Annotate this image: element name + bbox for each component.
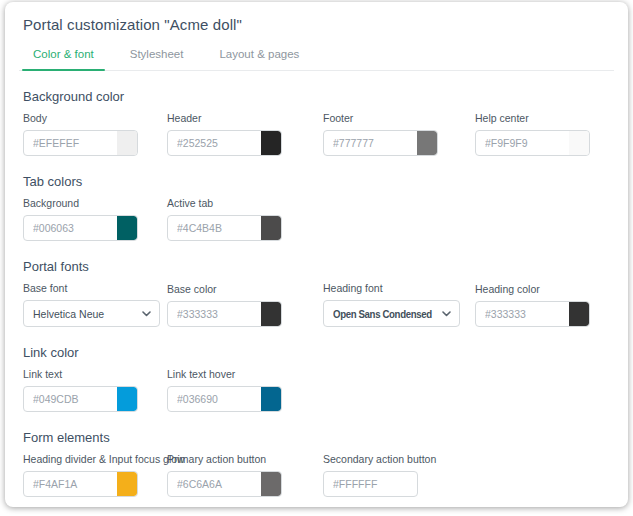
color-field bbox=[475, 301, 590, 327]
color-swatch[interactable] bbox=[261, 302, 281, 326]
settings-sections: Background color Body Header Footer Help… bbox=[19, 89, 614, 497]
color-value-input[interactable] bbox=[168, 387, 261, 411]
field-label: Base color bbox=[167, 283, 323, 295]
field-label: Heading color bbox=[475, 283, 625, 295]
color-swatch[interactable] bbox=[261, 131, 281, 155]
color-value-input[interactable] bbox=[24, 216, 117, 240]
chevron-down-icon bbox=[442, 311, 451, 317]
field-body: Body bbox=[23, 112, 167, 156]
field-primary-action-button: Primary action button bbox=[167, 453, 323, 497]
color-value-input[interactable] bbox=[476, 302, 569, 326]
field-heading-font: Heading font Open Sans Condensed bbox=[323, 282, 475, 327]
tab-layout-pages[interactable]: Layout & pages bbox=[208, 46, 310, 70]
color-field bbox=[167, 130, 282, 156]
field-base-font: Base font Helvetica Neue bbox=[23, 282, 167, 327]
color-field bbox=[167, 215, 282, 241]
tab-bar: Color & font Stylesheet Layout & pages bbox=[19, 46, 614, 71]
color-swatch[interactable] bbox=[569, 131, 589, 155]
color-value-input[interactable] bbox=[24, 131, 117, 155]
color-value-input[interactable] bbox=[324, 472, 417, 496]
settings-section: Background color Body Header Footer Help… bbox=[19, 89, 614, 156]
field-base-color: Base color bbox=[167, 283, 323, 327]
field-active-tab: Active tab bbox=[167, 197, 323, 241]
tab-label: Color & font bbox=[33, 48, 94, 60]
font-select[interactable]: Open Sans Condensed bbox=[323, 300, 460, 327]
color-field bbox=[23, 215, 138, 241]
field-label: Heading divider & Input focus glow bbox=[23, 453, 167, 465]
settings-section: Tab colors Background Active tab bbox=[19, 174, 614, 241]
portal-customization-panel: Portal customization "Acme doll" Color &… bbox=[5, 2, 628, 507]
color-swatch[interactable] bbox=[117, 472, 137, 496]
field-label: Header bbox=[167, 112, 323, 124]
field-heading-divider-input-focus-glow: Heading divider & Input focus glow bbox=[23, 453, 167, 497]
field-row: Background Active tab bbox=[23, 197, 614, 241]
color-swatch[interactable] bbox=[261, 472, 281, 496]
chevron-down-icon bbox=[142, 311, 151, 317]
tab-stylesheet[interactable]: Stylesheet bbox=[119, 46, 195, 70]
font-select-value: Open Sans Condensed bbox=[333, 308, 432, 320]
field-label: Footer bbox=[323, 112, 475, 124]
color-field bbox=[23, 130, 138, 156]
tab-color-font[interactable]: Color & font bbox=[22, 46, 105, 70]
font-select[interactable]: Helvetica Neue bbox=[23, 300, 160, 327]
color-field bbox=[167, 471, 282, 497]
color-field bbox=[323, 471, 418, 497]
field-label: Active tab bbox=[167, 197, 323, 209]
color-field bbox=[167, 386, 282, 412]
field-background: Background bbox=[23, 197, 167, 241]
color-field bbox=[475, 130, 590, 156]
field-heading-color: Heading color bbox=[475, 283, 625, 327]
color-value-input[interactable] bbox=[476, 131, 569, 155]
color-swatch[interactable] bbox=[261, 216, 281, 240]
section-title: Form elements bbox=[23, 430, 614, 445]
field-label: Secondary action button bbox=[323, 453, 475, 465]
color-field bbox=[167, 301, 282, 327]
field-label: Background bbox=[23, 197, 167, 209]
field-link-text: Link text bbox=[23, 368, 167, 412]
color-value-input[interactable] bbox=[168, 131, 261, 155]
color-swatch[interactable] bbox=[417, 131, 437, 155]
field-help-center: Help center bbox=[475, 112, 625, 156]
color-value-input[interactable] bbox=[168, 302, 261, 326]
field-label: Heading font bbox=[323, 282, 475, 294]
field-row: Base font Helvetica Neue Base color Head… bbox=[23, 282, 614, 327]
color-swatch[interactable] bbox=[261, 387, 281, 411]
settings-section: Portal fonts Base font Helvetica Neue Ba… bbox=[19, 259, 614, 327]
field-header: Header bbox=[167, 112, 323, 156]
color-field bbox=[323, 130, 438, 156]
field-row: Link text Link text hover bbox=[23, 368, 614, 412]
settings-section: Link color Link text Link text hover bbox=[19, 345, 614, 412]
tab-label: Stylesheet bbox=[130, 48, 184, 60]
page-title: Portal customization "Acme doll" bbox=[19, 16, 614, 33]
field-row: Body Header Footer Help center bbox=[23, 112, 614, 156]
settings-section: Form elements Heading divider & Input fo… bbox=[19, 430, 614, 497]
section-title: Portal fonts bbox=[23, 259, 614, 274]
color-value-input[interactable] bbox=[24, 387, 117, 411]
color-value-input[interactable] bbox=[168, 472, 261, 496]
field-label: Link text bbox=[23, 368, 167, 380]
field-label: Link text hover bbox=[167, 368, 323, 380]
color-field bbox=[23, 471, 138, 497]
section-title: Link color bbox=[23, 345, 614, 360]
field-label: Help center bbox=[475, 112, 625, 124]
font-select-value: Helvetica Neue bbox=[33, 308, 104, 320]
color-swatch[interactable] bbox=[117, 387, 137, 411]
color-field bbox=[23, 386, 138, 412]
section-title: Tab colors bbox=[23, 174, 614, 189]
section-title: Background color bbox=[23, 89, 614, 104]
field-label: Body bbox=[23, 112, 167, 124]
field-label: Base font bbox=[23, 282, 167, 294]
tab-label: Layout & pages bbox=[219, 48, 299, 60]
color-swatch[interactable] bbox=[569, 302, 589, 326]
field-secondary-action-button: Secondary action button bbox=[323, 453, 475, 497]
field-footer: Footer bbox=[323, 112, 475, 156]
color-swatch[interactable] bbox=[117, 216, 137, 240]
color-value-input[interactable] bbox=[324, 131, 417, 155]
field-row: Heading divider & Input focus glow Prima… bbox=[23, 453, 614, 497]
color-value-input[interactable] bbox=[168, 216, 261, 240]
color-value-input[interactable] bbox=[24, 472, 117, 496]
field-label: Primary action button bbox=[167, 453, 323, 465]
color-swatch[interactable] bbox=[117, 131, 137, 155]
field-link-text-hover: Link text hover bbox=[167, 368, 323, 412]
